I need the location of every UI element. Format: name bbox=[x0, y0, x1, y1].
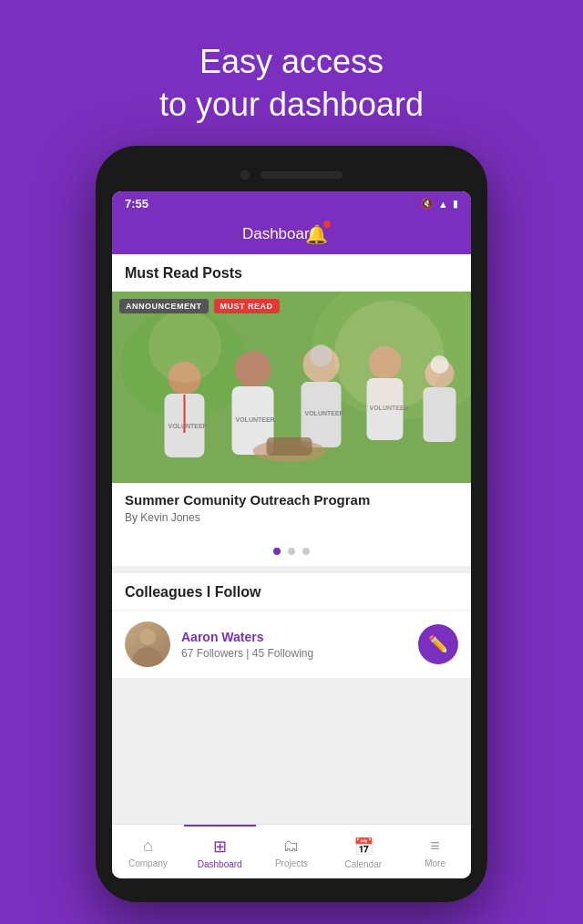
message-colleague-button[interactable]: ✏️ bbox=[418, 624, 458, 664]
status-time: 7:55 bbox=[125, 197, 148, 210]
svg-text:VOLUNTEER: VOLUNTEER bbox=[305, 410, 344, 416]
battery-icon: ▮ bbox=[453, 198, 458, 210]
status-bar: 7:55 🔇 ▲ ▮ bbox=[112, 191, 471, 214]
must-read-header: Must Read Posts bbox=[112, 254, 471, 292]
bottom-nav: ⌂ Company ⊞ Dashboard 🗂 Projects 📅 Calen… bbox=[112, 824, 471, 878]
post-info: Summer Comunity Outreach Program By Kevi… bbox=[112, 483, 471, 537]
edit-icon: ✏️ bbox=[428, 634, 448, 654]
dot-2 bbox=[288, 548, 295, 555]
volunteer-scene: VOLUNTEER VOLUNTEER VOLUNTEER bbox=[112, 292, 471, 483]
hero-line2: to your dashboard bbox=[159, 86, 424, 123]
svg-point-11 bbox=[311, 344, 332, 366]
announcement-badge: ANNOUNCEMENT bbox=[119, 299, 209, 313]
nav-item-dashboard[interactable]: ⊞ Dashboard bbox=[184, 825, 256, 878]
post-card[interactable]: VOLUNTEER VOLUNTEER VOLUNTEER bbox=[112, 292, 471, 537]
phone-shell: 7:55 🔇 ▲ ▮ Dashboard 🔔 Must Read Posts bbox=[96, 146, 487, 902]
bg-circle2 bbox=[148, 310, 221, 383]
must-read-badge: MUST READ bbox=[214, 299, 280, 313]
nav-label-dashboard: Dashboard bbox=[198, 859, 242, 869]
post-author: By Kevin Jones bbox=[125, 511, 458, 524]
more-icon: ≡ bbox=[430, 837, 440, 856]
avatar-body bbox=[132, 647, 163, 667]
avatar-head bbox=[139, 629, 156, 645]
post-image: VOLUNTEER VOLUNTEER VOLUNTEER bbox=[112, 292, 471, 483]
mute-icon: 🔇 bbox=[421, 198, 434, 210]
must-read-heading: Must Read Posts bbox=[125, 265, 458, 282]
nav-label-calendar: Calendar bbox=[344, 859, 382, 869]
must-read-section: Must Read Posts bbox=[112, 254, 471, 566]
colleague-item: Aaron Waters 67 Followers | 45 Following… bbox=[112, 611, 471, 678]
carousel-dots bbox=[112, 537, 471, 566]
svg-text:VOLUNTEER: VOLUNTEER bbox=[169, 423, 208, 429]
nav-label-projects: Projects bbox=[275, 858, 308, 868]
nav-label-company: Company bbox=[128, 858, 168, 868]
dashboard-icon: ⊞ bbox=[213, 837, 227, 857]
nav-item-projects[interactable]: 🗂 Projects bbox=[256, 825, 328, 878]
bg-circle1 bbox=[334, 301, 444, 410]
nav-item-company[interactable]: ⌂ Company bbox=[112, 825, 184, 878]
dot-1 bbox=[273, 548, 281, 555]
svg-text:VOLUNTEER: VOLUNTEER bbox=[236, 416, 275, 423]
home-icon: ⌂ bbox=[143, 837, 153, 856]
status-icons: 🔇 ▲ ▮ bbox=[421, 198, 458, 210]
post-title: Summer Comunity Outreach Program bbox=[125, 492, 458, 508]
hero-section: Easy access to your dashboard bbox=[0, 0, 583, 154]
nav-item-more[interactable]: ≡ More bbox=[399, 825, 471, 878]
colleagues-heading: Colleagues I Follow bbox=[125, 584, 458, 601]
colleagues-header: Colleagues I Follow bbox=[112, 573, 471, 611]
phone-camera bbox=[240, 170, 250, 180]
notification-bell-button[interactable]: 🔔 bbox=[305, 223, 328, 245]
svg-rect-19 bbox=[424, 387, 456, 442]
hero-line1: Easy access bbox=[199, 43, 384, 80]
phone-top-bar bbox=[112, 162, 471, 188]
colleague-name: Aaron Waters bbox=[181, 630, 407, 644]
colleague-stats: 67 Followers | 45 Following bbox=[181, 647, 407, 660]
phone-speaker bbox=[261, 171, 343, 179]
colleagues-section: Colleagues I Follow Aaron Waters 67 Foll… bbox=[112, 573, 471, 678]
phone-screen: 7:55 🔇 ▲ ▮ Dashboard 🔔 Must Read Posts bbox=[112, 191, 471, 878]
post-badges: ANNOUNCEMENT MUST READ bbox=[119, 299, 280, 313]
projects-icon: 🗂 bbox=[283, 837, 300, 856]
svg-point-7 bbox=[235, 351, 271, 387]
colleague-info: Aaron Waters 67 Followers | 45 Following bbox=[181, 630, 407, 660]
app-header: Dashboard 🔔 bbox=[112, 214, 471, 254]
dot-3 bbox=[302, 548, 310, 555]
nav-label-more: More bbox=[424, 858, 445, 868]
calendar-icon: 📅 bbox=[353, 837, 373, 857]
screen-content[interactable]: Must Read Posts bbox=[112, 254, 471, 824]
wifi-icon: ▲ bbox=[438, 199, 448, 210]
nav-item-calendar[interactable]: 📅 Calendar bbox=[327, 825, 399, 878]
bell-badge bbox=[323, 221, 331, 228]
svg-rect-21 bbox=[267, 437, 312, 456]
colleague-avatar bbox=[125, 621, 170, 667]
